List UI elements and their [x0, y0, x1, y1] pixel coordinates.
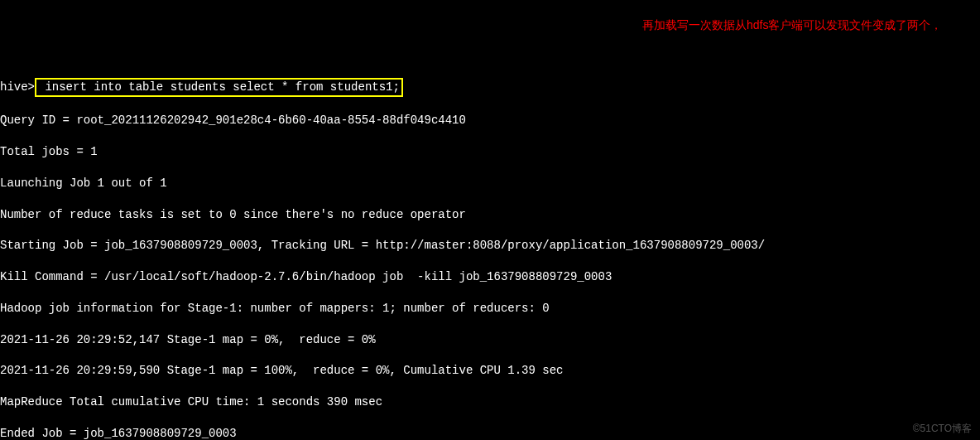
output-line: Query ID = root_20211126202942_901e28c4-… [0, 113, 980, 128]
annotation-text: 再加载写一次数据从hdfs客户端可以发现文件变成了两个， [642, 17, 973, 34]
output-line: Hadoop job information for Stage-1: numb… [0, 301, 980, 317]
output-line: 2021-11-26 20:29:59,590 Stage-1 map = 10… [0, 363, 980, 379]
output-line: Ended Job = job_1637908809729_0003 [0, 426, 980, 440]
output-line: Number of reduce tasks is set to 0 since… [0, 207, 980, 223]
command-line: hive> insert into table students select … [0, 78, 980, 97]
hive-prompt: hive> [0, 80, 35, 94]
output-line: Total jobs = 1 [0, 144, 980, 160]
sql-command-highlight: insert into table students select * from… [35, 78, 403, 97]
terminal-output: hive> insert into table students select … [0, 63, 980, 440]
output-line: MapReduce Total cumulative CPU time: 1 s… [0, 394, 980, 410]
output-line: Launching Job 1 out of 1 [0, 176, 980, 191]
watermark: ©51CTO博客 [913, 422, 972, 435]
output-line: Starting Job = job_1637908809729_0003, T… [0, 238, 980, 254]
output-line: Kill Command = /usr/local/soft/hadoop-2.… [0, 269, 980, 285]
output-line: 2021-11-26 20:29:52,147 Stage-1 map = 0%… [0, 332, 980, 348]
